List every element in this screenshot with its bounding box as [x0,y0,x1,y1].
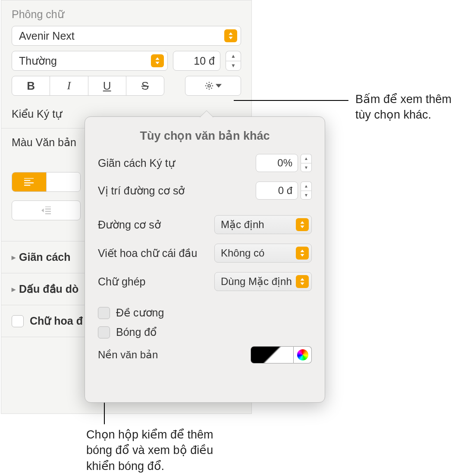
font-section-title: Phông chữ [12,8,241,21]
outline-row: Đề cương [98,307,312,319]
color-wheel-icon [297,349,308,360]
baseline-label: Đường cơ sở [98,219,161,231]
stepper-down-icon[interactable]: ▼ [301,191,312,200]
bullets-label: Dấu đầu dò [19,283,78,295]
typeface-value: Thường [19,55,57,67]
typeface-dropdown[interactable]: Thường [12,51,168,71]
ligatures-dropdown[interactable]: Dùng Mặc định [214,272,312,291]
dropcap-label: Chữ hoa đ [30,315,83,327]
font-family-dropdown[interactable]: Avenir Next [12,26,241,46]
baseline-shift-stepper[interactable]: ▲ ▼ [301,182,312,200]
outline-checkbox[interactable] [98,307,110,319]
stepper-up-icon[interactable]: ▲ [301,154,312,163]
callout-line [234,100,348,101]
char-spacing-stepper[interactable]: ▲ ▼ [301,154,312,172]
spacing-label: Giãn cách [19,251,71,263]
chevron-right-icon: ▸ [12,285,16,294]
updown-icon [296,247,309,260]
gear-icon [204,81,214,91]
advanced-options-popover: Tùy chọn văn bản khác Giãn cách Ký tự 0%… [85,116,325,403]
font-size-value: 10 đ [194,55,215,67]
char-spacing-value: 0% [277,157,292,169]
updown-icon [296,218,309,231]
underline-button[interactable]: U [88,76,126,95]
align-center-button[interactable] [47,172,81,191]
style-segment: B I U S [12,76,164,96]
shadow-checkbox[interactable] [98,326,110,338]
color-picker-button[interactable] [294,346,312,363]
align-left-button[interactable] [12,172,47,191]
ligatures-value: Dùng Mặc định [221,276,292,288]
char-spacing-field[interactable]: 0% [256,154,298,172]
outdent-button[interactable] [12,201,80,220]
alignment-segment [12,172,81,192]
color-well[interactable] [251,346,294,363]
advanced-options-button[interactable] [185,76,241,96]
font-family-value: Avenir Next [19,30,75,42]
baseline-shift-value: 0 đ [278,185,292,197]
outdent-icon [41,207,51,214]
text-background-label: Nền văn bản [98,349,158,361]
bold-button[interactable]: B [12,76,50,95]
stepper-down-icon[interactable]: ▼ [301,163,312,172]
svg-point-0 [208,85,210,87]
updown-icon [296,275,309,288]
updown-icon [151,54,164,67]
chevron-right-icon: ▸ [12,253,16,262]
font-size-field[interactable]: 10 đ [173,51,220,71]
capitalization-value: Không có [221,247,264,259]
align-left-icon [24,178,34,186]
baseline-shift-label: Vị trí đường cơ sở [98,185,185,197]
popover-title: Tùy chọn văn bản khác [98,129,312,143]
callout-gear: Bấm để xem thêm tùy chọn khác. [355,91,459,123]
updown-icon [224,29,237,42]
dropcap-checkbox[interactable] [12,315,24,327]
shadow-label: Bóng đổ [116,326,157,338]
ligatures-label: Chữ ghép [98,276,146,288]
strike-button[interactable]: S [126,76,164,95]
callout-shadow: Chọn hộp kiểm để thêm bóng đổ và xem bộ … [86,427,233,474]
stepper-down-icon[interactable]: ▼ [226,61,241,71]
char-spacing-label: Giãn cách Ký tự [98,157,175,169]
font-size-stepper[interactable]: ▲ ▼ [226,51,241,71]
stepper-up-icon[interactable]: ▲ [226,51,241,61]
shadow-row: Bóng đổ [98,326,312,338]
italic-button[interactable]: I [50,76,88,95]
capitalization-dropdown[interactable]: Không có [214,244,312,263]
baseline-dropdown[interactable]: Mặc định [214,215,312,234]
outline-label: Đề cương [116,307,164,319]
indent-segment [12,200,81,220]
chevron-down-icon [216,84,222,88]
stepper-up-icon[interactable]: ▲ [301,182,312,191]
baseline-shift-field[interactable]: 0 đ [256,182,298,200]
capitalization-label: Viết hoa chữ cái đầu [98,247,197,260]
text-background-color [251,346,312,363]
baseline-value: Mặc định [221,219,264,231]
